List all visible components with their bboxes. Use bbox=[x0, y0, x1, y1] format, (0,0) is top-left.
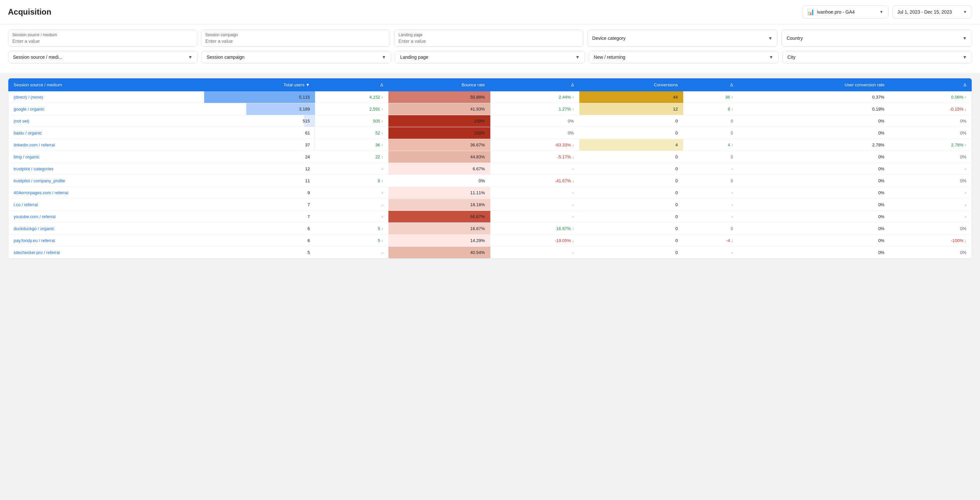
cell-conversions: 0 bbox=[579, 115, 683, 127]
table-row: (not set) 515 505 ↑100%0%000%0% bbox=[8, 115, 972, 127]
cell-conversions: 0 bbox=[579, 187, 683, 199]
cell-ucr-delta: 0% bbox=[890, 223, 972, 235]
cell-user-conv-rate: 0.37% bbox=[738, 91, 890, 103]
property-selector[interactable]: 📊 ivanhoe.pro - GA4 ▼ bbox=[802, 5, 888, 19]
cell-ucr-delta: 0% bbox=[890, 175, 972, 187]
table-row: t.co / referral 7 -18.18%-0-0%- bbox=[8, 199, 972, 211]
cell-bounce-rate: 100% bbox=[388, 127, 490, 139]
cell-bounce-delta: - bbox=[490, 211, 579, 223]
cell-source[interactable]: (not set) bbox=[8, 115, 204, 127]
cell-ucr-delta: 0% bbox=[890, 151, 972, 163]
landing-page-filter[interactable]: Landing page bbox=[394, 30, 583, 47]
cell-ucr-delta: 0% bbox=[890, 115, 972, 127]
col-total-users[interactable]: Total users ▼ bbox=[204, 78, 315, 91]
cell-user-conv-rate: 2.78% bbox=[738, 139, 890, 151]
table-row: 404errorpages.com / referral 9 -11.11%-0… bbox=[8, 187, 972, 199]
cell-source[interactable]: t.co / referral bbox=[8, 199, 204, 211]
cell-total-users: 61 bbox=[204, 127, 315, 139]
table-row: trustpilot / categories 12 -6.67%-0-0%- bbox=[8, 163, 972, 175]
session-campaign-2-dropdown[interactable]: Session campaign ▼ bbox=[202, 51, 391, 64]
cell-conv-delta: 0 bbox=[683, 115, 739, 127]
col-source[interactable]: Session source / medium bbox=[8, 78, 204, 91]
device-category-chevron-icon: ▼ bbox=[768, 35, 773, 41]
cell-source[interactable]: trustpilot / categories bbox=[8, 163, 204, 175]
cell-conversions: 0 bbox=[579, 127, 683, 139]
cell-user-conv-rate: 0.19% bbox=[738, 103, 890, 115]
cell-bounce-rate: 41.93% bbox=[388, 103, 490, 115]
cell-conversions: 0 bbox=[579, 163, 683, 175]
cell-source[interactable]: pay.fondy.eu / referral bbox=[8, 235, 204, 247]
cell-bounce-rate: 18.18% bbox=[388, 199, 490, 211]
cell-source[interactable]: sitechecker.pro / referral bbox=[8, 247, 204, 259]
session-source-medium-filter[interactable]: Session source / medium bbox=[8, 30, 197, 47]
cell-users-delta: 4,152 ↑ bbox=[315, 91, 388, 103]
landing-page-2-label: Landing page bbox=[400, 54, 428, 60]
property-name: ivanhoe.pro - GA4 bbox=[817, 9, 877, 14]
cell-source[interactable]: trustpilot / company_profile bbox=[8, 175, 204, 187]
landing-page-input[interactable] bbox=[398, 38, 579, 44]
table-row: trustpilot / company_profile 11 6 ↑0%-41… bbox=[8, 175, 972, 187]
cell-ucr-delta: - bbox=[890, 211, 972, 223]
session-source-medium-input[interactable] bbox=[12, 38, 193, 44]
cell-users-delta: 6 ↑ bbox=[315, 175, 388, 187]
filter-row-1: Session source / medium Session campaign… bbox=[8, 30, 972, 47]
cell-bounce-rate: 50.88% bbox=[388, 91, 490, 103]
cell-conversions: 4 bbox=[579, 139, 683, 151]
cell-source[interactable]: duckduckgo / organic bbox=[8, 223, 204, 235]
cell-source[interactable]: baidu / organic bbox=[8, 127, 204, 139]
city-dropdown[interactable]: City ▼ bbox=[783, 51, 972, 64]
cell-bounce-rate: 44.83% bbox=[388, 151, 490, 163]
cell-total-users: 5,115 bbox=[204, 91, 315, 103]
filters-section: Session source / medium Session campaign… bbox=[0, 24, 980, 73]
cell-source[interactable]: linkedin.com / referral bbox=[8, 139, 204, 151]
cell-conversions: 44 bbox=[579, 91, 683, 103]
session-source-medium-2-dropdown[interactable]: Session source / medi... ▼ bbox=[8, 51, 197, 64]
cell-conversions: 0 bbox=[579, 223, 683, 235]
landing-page-2-dropdown[interactable]: Landing page ▼ bbox=[395, 51, 585, 64]
cell-user-conv-rate: 0% bbox=[738, 127, 890, 139]
session-source-medium-label: Session source / medium bbox=[12, 33, 193, 37]
cell-users-delta: 505 ↑ bbox=[315, 115, 388, 127]
city-label: City bbox=[788, 54, 795, 60]
table-header: Session source / medium Total users ▼ Δ … bbox=[8, 78, 972, 91]
cell-bounce-rate: 66.67% bbox=[388, 211, 490, 223]
cell-source[interactable]: youtube.com / referral bbox=[8, 211, 204, 223]
session-source-medium-2-label: Session source / medi... bbox=[13, 54, 62, 60]
cell-bounce-delta: - bbox=[490, 187, 579, 199]
filter-row-2: Session source / medi... ▼ Session campa… bbox=[8, 51, 972, 64]
header: Acquisition 📊 ivanhoe.pro - GA4 ▼ Jul 1,… bbox=[0, 0, 980, 24]
col-bounce-rate[interactable]: Bounce rate bbox=[388, 78, 490, 91]
session-campaign-filter[interactable]: Session campaign bbox=[201, 30, 390, 47]
session-campaign-input[interactable] bbox=[205, 38, 386, 44]
table-row: baidu / organic 61 52 ↑100%0%000%0% bbox=[8, 127, 972, 139]
cell-user-conv-rate: 0% bbox=[738, 223, 890, 235]
cell-source[interactable]: (direct) / (none) bbox=[8, 91, 204, 103]
cell-total-users: 5 bbox=[204, 247, 315, 259]
table-body: (direct) / (none) 5,115 4,152 ↑50.88%2.4… bbox=[8, 91, 972, 259]
cell-bounce-delta: 1.27% ↑ bbox=[490, 103, 579, 115]
device-category-dropdown[interactable]: Device category ▼ bbox=[587, 30, 778, 47]
cell-source[interactable]: google / organic bbox=[8, 103, 204, 115]
col-user-conv-rate[interactable]: User conversion rate bbox=[738, 78, 890, 91]
col-conversions[interactable]: Conversions bbox=[579, 78, 683, 91]
cell-users-delta: - bbox=[315, 163, 388, 175]
header-row: Session source / medium Total users ▼ Δ … bbox=[8, 78, 972, 91]
cell-total-users: 7 bbox=[204, 199, 315, 211]
cell-bounce-delta: 16.67% ↑ bbox=[490, 223, 579, 235]
cell-conversions: 0 bbox=[579, 235, 683, 247]
new-returning-dropdown[interactable]: New / returning ▼ bbox=[589, 51, 778, 64]
cell-source[interactable]: bing / organic bbox=[8, 151, 204, 163]
header-controls: 📊 ivanhoe.pro - GA4 ▼ Jul 1, 2023 - Dec … bbox=[802, 5, 972, 19]
country-dropdown[interactable]: Country ▼ bbox=[781, 30, 972, 47]
cell-users-delta: - bbox=[315, 247, 388, 259]
table-row: (direct) / (none) 5,115 4,152 ↑50.88%2.4… bbox=[8, 91, 972, 103]
date-range-selector[interactable]: Jul 1, 2023 - Dec 15, 2023 ▼ bbox=[892, 5, 972, 19]
cell-bounce-delta: - bbox=[490, 163, 579, 175]
cell-source[interactable]: 404errorpages.com / referral bbox=[8, 187, 204, 199]
cell-users-delta: - bbox=[315, 187, 388, 199]
cell-conversions: 0 bbox=[579, 199, 683, 211]
cell-ucr-delta: 0% bbox=[890, 127, 972, 139]
property-chevron-icon: ▼ bbox=[880, 10, 883, 14]
cell-total-users: 7 bbox=[204, 211, 315, 223]
table-row: pay.fondy.eu / referral 6 5 ↑14.29%-19.0… bbox=[8, 235, 972, 247]
